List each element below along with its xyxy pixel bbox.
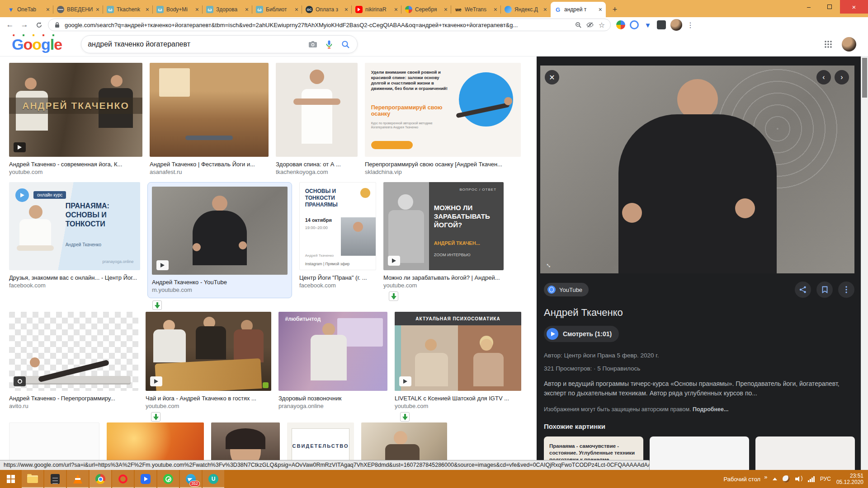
image-result[interactable]: Чай и йога - Андрей Ткаченко в гостях ..… [146,312,271,410]
window-close-button[interactable]: × [840,0,868,14]
back-icon[interactable]: ← [5,19,15,30]
tab-close-icon[interactable]: × [494,6,497,13]
result-caption[interactable]: Чай и йога - Андрей Ткаченко в гостях ..… [146,394,271,410]
result-thumbnail[interactable] [146,312,271,391]
result-caption[interactable]: Здоровый позвоночникpranayoga.online [278,394,387,410]
browser-tab[interactable]: ωBody+Mi× [153,2,203,17]
page-scrollbar[interactable] [861,56,868,470]
result-caption[interactable]: Андрей Ткаченко - современная йога, К...… [9,160,142,176]
desktop-toolbar-label[interactable]: Рабочий стол [724,476,761,483]
new-tab-button[interactable]: + [609,3,621,16]
browser-tab[interactable]: ωЗдорова× [203,2,252,17]
browser-tab[interactable]: ωБиблиот× [252,2,302,17]
image-result[interactable]: АКТУАЛЬНАЯ ПСИХОСОМАТИКАLIVETALK с Ксени… [395,312,521,410]
result-caption[interactable]: Центр Йоги "Прана" (г. ...facebook.com [299,274,376,289]
tab-close-icon[interactable]: × [46,6,50,13]
download-arrow-icon[interactable] [389,291,398,301]
taskbar-clock[interactable]: 23:51 05.12.2020 [836,473,863,485]
explorer-taskbar-icon[interactable] [22,470,43,488]
camera-search-icon[interactable] [307,39,318,50]
image-result[interactable]: Здоровая спина: от А ...tkachenkoyoga.co… [276,63,358,176]
notes-taskbar-icon[interactable] [44,470,66,488]
reload-icon[interactable] [33,19,44,30]
source-chip[interactable]: YouTube [544,283,589,296]
image-result[interactable]: Удели внимание своей ровной и красивой с… [365,63,521,176]
image-result[interactable]: Андрей Ткаченко | Фестиваль Йоги и...asa… [150,63,269,176]
result-caption[interactable]: Андрей Ткаченко - YouTubem.youtube.com [152,278,288,294]
volume-icon[interactable] [795,476,802,482]
result-thumbnail[interactable]: ВОПРОС / ОТВЕТМОЖНО ЛИ ЗАРАБАТЫВАТЬ ЙОГО… [383,182,504,270]
result-thumbnail[interactable] [276,63,358,157]
image-result[interactable]: ОСНОВЫ И ТОНКОСТИ ПРАНАЯМЫ14 октября19:0… [299,182,376,289]
result-thumbnail[interactable]: ОСНОВЫ И ТОНКОСТИ ПРАНАЯМЫ14 октября19:0… [299,182,376,270]
result-caption[interactable]: LIVETALK с Ксенией Шатской для IGTV ...y… [395,394,521,410]
extension-ring-icon[interactable] [630,20,639,29]
result-caption[interactable]: Друзья, знакомим вас с онлайн... - Центр… [9,274,140,289]
result-thumbnail[interactable]: #любитьчтод [278,312,387,391]
result-thumbnail[interactable]: АКТУАЛЬНАЯ ПСИХОСОМАТИКА [395,312,521,391]
result-caption[interactable]: Можно ли зарабатывать йогой? | Андрей...… [383,274,504,289]
search-submit-icon[interactable] [340,39,351,50]
tab-close-icon[interactable]: × [543,6,547,13]
image-result[interactable]: ВОПРОС / ОТВЕТМОЖНО ЛИ ЗАРАБАТЫВАТЬ ЙОГО… [383,182,504,289]
browser-profile-avatar[interactable] [670,19,682,31]
browser-tab[interactable]: weWeTrans× [451,2,501,17]
eye-blocked-icon[interactable] [586,21,594,29]
result-thumbnail[interactable]: Удели внимание своей ровной и красивой с… [365,63,521,157]
tab-close-icon[interactable]: × [245,6,249,13]
account-avatar[interactable] [842,37,856,52]
scrollbar-thumb[interactable] [862,58,867,98]
zoom-icon[interactable] [574,21,582,29]
address-bar[interactable]: google.com/search?q=андрей+ткаченко+йога… [48,19,611,31]
browser-tab[interactable]: ωTkachenk× [103,2,153,17]
browser-tab[interactable]: nikirinaR× [352,2,401,17]
extension-onetab-icon[interactable]: ▼ [643,20,652,29]
browser-tab[interactable]: GCОплата з× [302,2,352,17]
telegram-taskbar-icon[interactable]: 352 [180,470,202,488]
window-minimize-button[interactable]: – [798,0,819,14]
browser-tab[interactable]: ▼OneTab× [4,2,53,17]
start-taskbar-icon[interactable] [0,470,22,488]
image-result-selected[interactable]: Андрей Ткаченко - YouTubem.youtube.com [147,182,292,298]
vlc-taskbar-icon[interactable] [67,470,89,488]
more-options-button[interactable] [838,282,854,298]
tab-close-icon[interactable]: × [295,6,298,13]
image-result[interactable]: АНДРЕЙ ТКАЧЕНКОАндрей Ткаченко - совреме… [9,63,142,176]
hidden-icons-chevron[interactable] [773,478,777,480]
download-arrow-icon[interactable] [151,412,160,422]
result-thumbnail[interactable] [9,312,138,391]
extensions-puzzle-icon[interactable] [657,20,666,29]
result-thumbnail[interactable] [150,63,269,157]
image-result[interactable]: #любитьчтодЗдоровый позвоночникpranayoga… [278,312,387,410]
share-button[interactable] [795,282,811,298]
preview-expand-icon[interactable]: ↔ [544,259,555,270]
image-result[interactable]: онлайн курсПРАНАЯМА: ОСНОВЫ И ТОНКОСТИАн… [9,182,140,289]
preview-next-icon[interactable]: › [835,70,849,84]
tab-close-icon[interactable]: × [599,6,602,13]
result-thumbnail[interactable] [152,187,288,275]
result-thumbnail[interactable]: онлайн курсПРАНАЯМА: ОСНОВЫ И ТОНКОСТИАн… [9,182,140,270]
tab-close-icon[interactable]: × [96,6,99,13]
tray-app-icon[interactable] [783,475,790,483]
browser-tab[interactable]: Яндекс.Д× [501,2,551,17]
bookmark-button[interactable] [816,282,833,298]
preview-prev-icon[interactable]: ‹ [816,70,831,84]
keyboard-language-indicator[interactable]: РУС [820,476,831,482]
window-restore-button[interactable] [819,0,840,14]
bookmark-star-icon[interactable]: ☆ [598,21,606,29]
browser-tab[interactable]: Серебря× [401,2,451,17]
chrome-taskbar-icon[interactable] [90,470,111,488]
download-arrow-icon[interactable] [400,412,410,422]
browser-tab[interactable]: Gандрей т× [551,2,606,17]
tab-close-icon[interactable]: × [146,6,149,13]
tab-close-icon[interactable]: × [344,6,348,13]
opera-taskbar-icon[interactable] [112,470,134,488]
toolbar-chevron-icon[interactable]: » [764,474,767,480]
uapp-taskbar-icon[interactable]: U [203,470,224,488]
player-taskbar-icon[interactable] [135,470,156,488]
copyright-more-link[interactable]: Подробнее... [693,406,728,413]
preview-close-icon[interactable]: ✕ [545,70,559,84]
tab-close-icon[interactable]: × [444,6,448,13]
google-apps-grid-icon[interactable] [823,39,834,50]
network-signal-icon[interactable] [808,476,815,482]
